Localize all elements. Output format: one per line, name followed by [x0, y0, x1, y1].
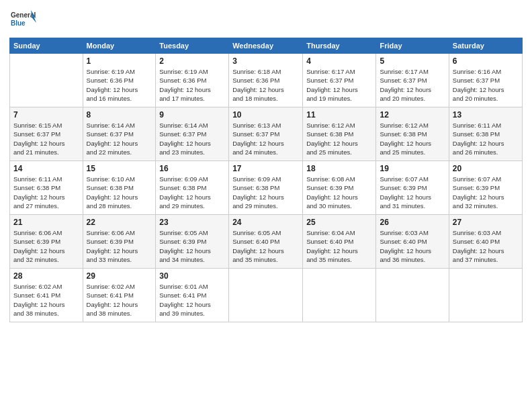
header-area: General Blue — [9, 7, 523, 34]
calendar-cell: 15Sunrise: 6:10 AMSunset: 6:38 PMDayligh… — [83, 161, 156, 215]
calendar-cell: 24Sunrise: 6:05 AMSunset: 6:40 PMDayligh… — [229, 215, 303, 269]
page: General Blue SundayMondayTuesdayWednesda… — [0, 0, 532, 329]
calendar-cell: 19Sunrise: 6:07 AMSunset: 6:39 PMDayligh… — [376, 161, 449, 215]
day-info: Sunrise: 6:07 AMSunset: 6:39 PMDaylight:… — [380, 175, 445, 210]
weekday-header-saturday: Saturday — [449, 38, 522, 54]
day-number: 3 — [232, 56, 299, 66]
week-row-3: 14Sunrise: 6:11 AMSunset: 6:38 PMDayligh… — [10, 161, 523, 215]
week-row-1: 1Sunrise: 6:19 AMSunset: 6:36 PMDaylight… — [10, 54, 523, 107]
day-info: Sunrise: 6:16 AMSunset: 6:37 PMDaylight:… — [453, 67, 519, 103]
calendar-cell: 8Sunrise: 6:14 AMSunset: 6:37 PMDaylight… — [83, 107, 156, 161]
weekday-header-row: SundayMondayTuesdayWednesdayThursdayFrid… — [10, 38, 523, 54]
calendar-cell: 13Sunrise: 6:11 AMSunset: 6:38 PMDayligh… — [449, 107, 522, 161]
day-number: 9 — [159, 110, 225, 120]
day-info: Sunrise: 6:03 AMSunset: 6:40 PMDaylight:… — [453, 228, 519, 264]
weekday-header-wednesday: Wednesday — [229, 38, 303, 54]
calendar-cell: 2Sunrise: 6:19 AMSunset: 6:36 PMDaylight… — [156, 54, 229, 107]
day-info: Sunrise: 6:03 AMSunset: 6:40 PMDaylight:… — [380, 228, 445, 264]
day-info: Sunrise: 6:17 AMSunset: 6:37 PMDaylight:… — [306, 67, 372, 103]
day-number: 1 — [87, 56, 152, 66]
day-info: Sunrise: 6:14 AMSunset: 6:37 PMDaylight:… — [159, 121, 225, 156]
day-info: Sunrise: 6:12 AMSunset: 6:38 PMDaylight:… — [380, 121, 445, 156]
calendar-cell: 23Sunrise: 6:05 AMSunset: 6:39 PMDayligh… — [156, 215, 229, 269]
weekday-header-friday: Friday — [376, 38, 449, 54]
weekday-header-sunday: Sunday — [10, 38, 83, 54]
weekday-header-tuesday: Tuesday — [156, 38, 229, 54]
calendar-cell: 14Sunrise: 6:11 AMSunset: 6:38 PMDayligh… — [10, 161, 83, 215]
logo: General Blue — [9, 7, 36, 34]
calendar-cell — [449, 269, 522, 322]
calendar-cell: 21Sunrise: 6:06 AMSunset: 6:39 PMDayligh… — [10, 215, 83, 269]
calendar-cell: 9Sunrise: 6:14 AMSunset: 6:37 PMDaylight… — [156, 107, 229, 161]
calendar-cell: 4Sunrise: 6:17 AMSunset: 6:37 PMDaylight… — [303, 54, 376, 107]
day-info: Sunrise: 6:02 AMSunset: 6:41 PMDaylight:… — [13, 282, 79, 318]
day-info: Sunrise: 6:13 AMSunset: 6:37 PMDaylight:… — [232, 121, 299, 156]
day-number: 5 — [380, 56, 445, 66]
day-number: 24 — [232, 218, 299, 227]
calendar-cell: 20Sunrise: 6:07 AMSunset: 6:39 PMDayligh… — [449, 161, 522, 215]
day-number: 23 — [159, 218, 225, 227]
day-info: Sunrise: 6:08 AMSunset: 6:39 PMDaylight:… — [306, 175, 372, 210]
day-number: 2 — [159, 56, 225, 66]
day-number: 22 — [87, 218, 152, 227]
day-info: Sunrise: 6:14 AMSunset: 6:37 PMDaylight:… — [87, 121, 152, 156]
day-number: 26 — [380, 218, 445, 227]
calendar-cell — [229, 269, 303, 322]
calendar-cell — [376, 269, 449, 322]
day-number: 30 — [159, 271, 225, 281]
day-number: 25 — [306, 218, 372, 227]
calendar-cell: 10Sunrise: 6:13 AMSunset: 6:37 PMDayligh… — [229, 107, 303, 161]
day-number: 11 — [306, 110, 372, 120]
calendar-cell: 30Sunrise: 6:01 AMSunset: 6:41 PMDayligh… — [156, 269, 229, 322]
day-number: 27 — [453, 218, 519, 227]
day-number: 6 — [453, 56, 519, 66]
day-info: Sunrise: 6:05 AMSunset: 6:39 PMDaylight:… — [159, 228, 225, 264]
calendar-cell — [303, 269, 376, 322]
day-info: Sunrise: 6:19 AMSunset: 6:36 PMDaylight:… — [87, 67, 152, 103]
day-info: Sunrise: 6:11 AMSunset: 6:38 PMDaylight:… — [13, 175, 79, 210]
logo-icon: General Blue — [9, 7, 36, 34]
day-number: 4 — [306, 56, 372, 66]
week-row-5: 28Sunrise: 6:02 AMSunset: 6:41 PMDayligh… — [10, 269, 523, 322]
day-info: Sunrise: 6:18 AMSunset: 6:36 PMDaylight:… — [232, 67, 299, 103]
day-number: 14 — [13, 164, 79, 173]
day-number: 12 — [380, 110, 445, 120]
day-number: 15 — [87, 164, 152, 173]
calendar-table: SundayMondayTuesdayWednesdayThursdayFrid… — [9, 38, 523, 322]
calendar-cell: 27Sunrise: 6:03 AMSunset: 6:40 PMDayligh… — [449, 215, 522, 269]
day-info: Sunrise: 6:11 AMSunset: 6:38 PMDaylight:… — [453, 121, 519, 156]
day-number: 28 — [13, 271, 79, 281]
day-info: Sunrise: 6:09 AMSunset: 6:38 PMDaylight:… — [232, 175, 299, 210]
day-number: 17 — [232, 164, 299, 173]
day-number: 20 — [453, 164, 519, 173]
day-number: 19 — [380, 164, 445, 173]
calendar-cell: 1Sunrise: 6:19 AMSunset: 6:36 PMDaylight… — [83, 54, 156, 107]
svg-text:Blue: Blue — [11, 19, 26, 27]
day-number: 10 — [232, 110, 299, 120]
calendar-cell: 22Sunrise: 6:06 AMSunset: 6:39 PMDayligh… — [83, 215, 156, 269]
day-info: Sunrise: 6:15 AMSunset: 6:37 PMDaylight:… — [13, 121, 79, 156]
day-info: Sunrise: 6:17 AMSunset: 6:37 PMDaylight:… — [380, 67, 445, 103]
week-row-4: 21Sunrise: 6:06 AMSunset: 6:39 PMDayligh… — [10, 215, 523, 269]
calendar-cell: 6Sunrise: 6:16 AMSunset: 6:37 PMDaylight… — [449, 54, 522, 107]
calendar-cell — [10, 54, 83, 107]
day-info: Sunrise: 6:19 AMSunset: 6:36 PMDaylight:… — [159, 67, 225, 103]
calendar-cell: 11Sunrise: 6:12 AMSunset: 6:38 PMDayligh… — [303, 107, 376, 161]
calendar-cell: 25Sunrise: 6:04 AMSunset: 6:40 PMDayligh… — [303, 215, 376, 269]
day-info: Sunrise: 6:06 AMSunset: 6:39 PMDaylight:… — [13, 228, 79, 264]
day-info: Sunrise: 6:02 AMSunset: 6:41 PMDaylight:… — [87, 282, 152, 318]
calendar-cell: 29Sunrise: 6:02 AMSunset: 6:41 PMDayligh… — [83, 269, 156, 322]
day-info: Sunrise: 6:10 AMSunset: 6:38 PMDaylight:… — [87, 175, 152, 210]
calendar-cell: 12Sunrise: 6:12 AMSunset: 6:38 PMDayligh… — [376, 107, 449, 161]
day-info: Sunrise: 6:05 AMSunset: 6:40 PMDaylight:… — [232, 228, 299, 264]
calendar-cell: 7Sunrise: 6:15 AMSunset: 6:37 PMDaylight… — [10, 107, 83, 161]
day-info: Sunrise: 6:12 AMSunset: 6:38 PMDaylight:… — [306, 121, 372, 156]
day-number: 16 — [159, 164, 225, 173]
calendar-cell: 16Sunrise: 6:09 AMSunset: 6:38 PMDayligh… — [156, 161, 229, 215]
day-number: 7 — [13, 110, 79, 120]
calendar-cell: 26Sunrise: 6:03 AMSunset: 6:40 PMDayligh… — [376, 215, 449, 269]
calendar-cell: 18Sunrise: 6:08 AMSunset: 6:39 PMDayligh… — [303, 161, 376, 215]
calendar-cell: 17Sunrise: 6:09 AMSunset: 6:38 PMDayligh… — [229, 161, 303, 215]
day-info: Sunrise: 6:04 AMSunset: 6:40 PMDaylight:… — [306, 228, 372, 264]
day-number: 13 — [453, 110, 519, 120]
